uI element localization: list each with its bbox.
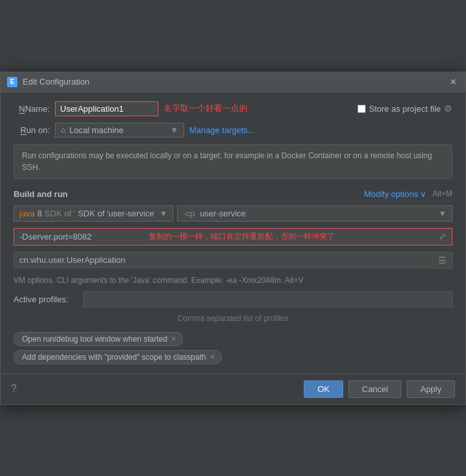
section-title: Build and run <box>14 189 68 199</box>
description-box: Run configurations may be executed local… <box>14 144 452 179</box>
store-as-project-label: Store as project file <box>369 104 441 114</box>
cp-label: -cp <box>183 209 195 218</box>
name-row: NName: 名字取一个好看一点的 Store as project file … <box>14 101 452 116</box>
main-class-row: ☰ <box>14 252 452 269</box>
gear-icon[interactable]: ⚙ <box>444 103 452 114</box>
dropdown-arrow-icon: ▼ <box>170 125 178 135</box>
cancel-button[interactable]: Cancel <box>348 380 401 398</box>
run-on-label: Run on: <box>14 125 50 135</box>
home-icon: ⌂ <box>61 125 65 134</box>
cp-select[interactable]: -cp user-service ▼ <box>177 205 452 222</box>
title-bar: E Edit Configuration × <box>1 72 465 92</box>
modify-options-chevron-icon: ∨ <box>420 189 427 199</box>
sdk-service-label: SDK of 'user-service <box>78 209 154 218</box>
tag-add-dependencies: Add dependencies with "provided" scope t… <box>14 350 222 364</box>
help-button[interactable]: ? <box>11 383 17 395</box>
cp-value: user-service <box>200 209 246 218</box>
close-button[interactable]: × <box>448 76 459 88</box>
ok-button[interactable]: OK <box>304 380 343 398</box>
tag-container: Open run/debug tool window when started … <box>14 332 452 364</box>
tag-add-dependencies-label: Add dependencies with "provided" scope t… <box>22 353 206 362</box>
profiles-hint: Comma separated list of profiles <box>14 314 452 323</box>
sdk-cp-row: java 8 SDK of ' SDK of 'user-service ▼ -… <box>14 205 452 222</box>
manage-targets-link[interactable]: Manage targets... <box>189 125 255 135</box>
dialog-icon: E <box>7 77 17 87</box>
tag-open-run-debug-label: Open run/debug tool window when started <box>22 335 167 344</box>
sdk-of-label: SDK of ' <box>45 209 75 218</box>
dialog-body: NName: 名字取一个好看一点的 Store as project file … <box>1 92 465 373</box>
tag-add-dependencies-close[interactable]: × <box>210 353 215 361</box>
vm-args-hint: 复制的一模一样，端口肯定得重新配，否则一样冲突了 <box>143 229 434 245</box>
vm-args-row: 复制的一模一样，端口肯定得重新配，否则一样冲突了 ⤢ <box>14 228 452 245</box>
active-profiles-label: Active profiles: <box>14 295 78 304</box>
dialog-footer: ? OK Cancel Apply <box>1 373 465 404</box>
run-on-row: Run on: ⌂ Local machine ▼ Manage targets… <box>14 123 452 138</box>
build-and-run-header: Build and run Modify options ∨ Alt+M <box>14 189 452 199</box>
name-input[interactable] <box>55 101 158 116</box>
local-machine-label: Local machine <box>69 125 123 135</box>
active-profiles-input[interactable] <box>83 291 452 307</box>
run-on-select[interactable]: ⌂ Local machine ▼ <box>55 123 184 138</box>
modify-options-shortcut: Alt+M <box>432 189 452 198</box>
store-as-project-file-area: Store as project file ⚙ <box>357 103 452 114</box>
cp-dropdown-icon: ▼ <box>438 209 447 218</box>
modify-options-button[interactable]: Modify options ∨ Alt+M <box>364 189 452 199</box>
sdk-dropdown-icon: ▼ <box>159 209 167 218</box>
apply-button[interactable]: Apply <box>407 380 455 398</box>
store-as-project-checkbox[interactable] <box>357 105 366 113</box>
description-text: Run configurations may be executed local… <box>22 151 432 172</box>
tag-open-run-debug-close[interactable]: × <box>171 335 176 343</box>
java-keyword: java <box>19 209 35 218</box>
edit-configuration-dialog: E Edit Configuration × NName: 名字取一个好看一点的… <box>0 72 466 405</box>
active-profiles-row: Active profiles: <box>14 291 452 307</box>
main-class-browse-button[interactable]: ☰ <box>433 252 452 269</box>
vm-args-input[interactable] <box>14 229 143 244</box>
name-label: NName: <box>14 104 50 114</box>
dialog-title: Edit Configuration <box>23 77 443 87</box>
main-class-input[interactable] <box>14 252 433 268</box>
java-version: 8 <box>37 209 42 218</box>
name-hint: 名字取一个好看一点的 <box>164 103 248 114</box>
footer-buttons: OK Cancel Apply <box>304 380 455 398</box>
tag-open-run-debug: Open run/debug tool window when started … <box>14 332 183 346</box>
vm-options-hint: VM options. CLI arguments to the 'Java' … <box>14 275 452 285</box>
sdk-select[interactable]: java 8 SDK of ' SDK of 'user-service ▼ <box>14 205 173 222</box>
vm-args-expand-button[interactable]: ⤢ <box>434 229 452 244</box>
